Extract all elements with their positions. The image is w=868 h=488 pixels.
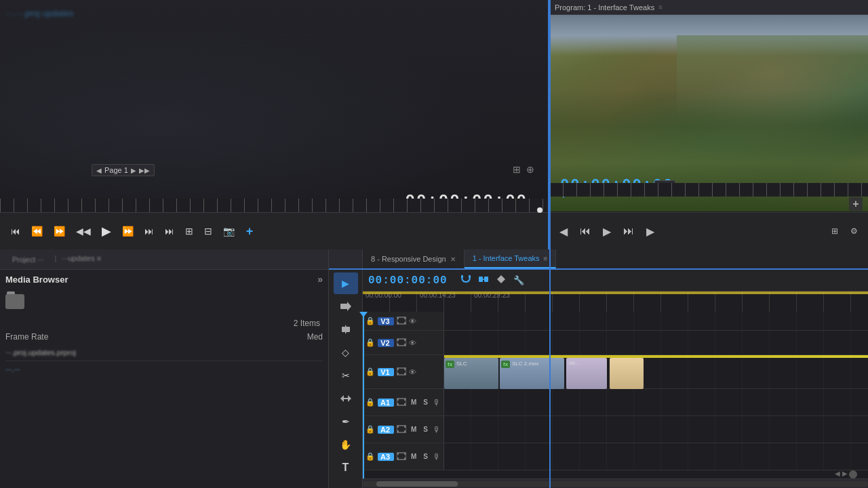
step-forward-btn[interactable]: ⏩ — [50, 223, 69, 239]
v2-label[interactable]: V2 — [378, 339, 394, 347]
project-file-1[interactable]: ···.proj.updates.prproj — [0, 347, 328, 358]
v3-label[interactable]: V3 — [378, 317, 394, 325]
v1-lock-icon[interactable]: 🔒 — [366, 367, 375, 376]
tab-responsive-close[interactable]: ✕ — [450, 256, 456, 263]
go-to-next-btn[interactable]: ⏭ — [161, 223, 178, 239]
a2-lock-icon[interactable]: 🔒 — [366, 425, 375, 434]
v2-eye-icon[interactable]: 👁 — [409, 339, 416, 347]
tab-responsive-design[interactable]: 8 - Responsive Design ✕ — [363, 249, 465, 268]
scrollbar-track — [363, 481, 868, 487]
selection-tool-btn[interactable]: ▶ — [334, 272, 358, 294]
pm-nav-left-btn[interactable]: ◀ — [556, 223, 571, 240]
a3-lock-icon[interactable]: 🔒 — [366, 452, 375, 461]
marker-svg — [496, 274, 507, 285]
items-count: 2 Items — [0, 317, 328, 329]
pen-btn[interactable]: ✒ — [334, 411, 358, 432]
timeline-timecode[interactable]: 00:00:00:00 — [368, 274, 448, 287]
a1-lock-icon[interactable]: 🔒 — [366, 398, 375, 407]
project-tab[interactable]: Project ··· — [7, 254, 49, 265]
tab-interface-tweaks[interactable]: 1 - Interface Tweaks ≡ — [465, 249, 557, 268]
pm-ruler-marks — [549, 183, 868, 197]
track-row-v2: 🔒 V2 👁 — [363, 331, 868, 355]
page-prev-btn[interactable]: ◀ — [96, 167, 102, 174]
project-file-2[interactable]: ···.··· — [0, 364, 328, 375]
a1-m-btn[interactable]: M — [409, 398, 418, 407]
linked-selection-icon[interactable] — [476, 272, 491, 289]
clip-slc[interactable]: fx SLC — [444, 358, 498, 389]
a2-m-btn[interactable]: M — [409, 425, 418, 434]
clip-slc2[interactable]: fx SLC 2.mov — [500, 358, 564, 389]
v3-eye-icon[interactable]: 👁 — [409, 317, 416, 325]
v1-label[interactable]: V1 — [378, 368, 394, 376]
add-button[interactable]: + — [849, 197, 863, 211]
track-header-a2: 🔒 A2 M S � — [363, 416, 444, 443]
v1-film-svg — [397, 367, 406, 375]
pm-playback-resolution-btn[interactable]: ⊞ — [828, 224, 842, 238]
a1-label[interactable]: A1 — [378, 399, 394, 407]
svg-rect-22 — [404, 339, 406, 341]
svg-rect-26 — [397, 373, 399, 375]
a1-track-content — [444, 389, 868, 416]
pm-header-menu[interactable]: ≡ — [658, 3, 663, 11]
a3-label[interactable]: A3 — [378, 453, 394, 461]
pm-nav-right-btn[interactable]: ▶ — [643, 223, 658, 240]
frame-rate-value: Med — [307, 332, 323, 342]
a2-s-btn[interactable]: S — [421, 425, 430, 434]
pm-play-btn[interactable]: ▶ — [599, 223, 614, 240]
timeline-settings-icon[interactable]: 🔧 — [511, 273, 526, 287]
v1-eye-icon[interactable]: 👁 — [409, 368, 416, 376]
a1-s-btn[interactable]: S — [421, 398, 430, 407]
add-marker-btn[interactable]: + — [241, 222, 258, 241]
a2-label[interactable]: A2 — [378, 426, 394, 434]
go-to-in-btn[interactable]: ⏮ — [7, 223, 24, 239]
step-fwd-btn[interactable]: ⏩ — [118, 223, 138, 239]
rate-stretch-btn[interactable]: ◇ — [334, 342, 358, 363]
a3-track-content — [444, 443, 868, 470]
v3-lock-icon[interactable]: 🔒 — [366, 317, 375, 325]
snap-icon[interactable] — [458, 272, 473, 289]
effects-tab[interactable]: ···updates ≡ — [62, 254, 101, 265]
hand-btn[interactable]: ✋ — [334, 434, 358, 455]
a3-s-btn[interactable]: S — [421, 452, 430, 461]
step-back-btn[interactable]: ⏪ — [27, 223, 47, 239]
expand-icon[interactable]: ⊕ — [526, 164, 534, 175]
grid-icon[interactable]: ⊞ — [513, 164, 521, 175]
pm-step-fwd-btn[interactable]: ⏭ — [620, 223, 637, 239]
a3-m-btn[interactable]: M — [409, 452, 418, 461]
pm-step-back-btn[interactable]: ⏮ — [576, 223, 594, 239]
scrollbar-thumb[interactable] — [376, 481, 458, 487]
track-select-forward-btn[interactable] — [334, 296, 358, 317]
export-frame-btn[interactable]: 📷 — [219, 223, 239, 239]
top-section: ···.···.proj updates ◀ Page 1 ▶ ▶▶ ⊞ ⊕ 0… — [0, 0, 868, 249]
clip-slc3[interactable]: slc... — [566, 358, 607, 389]
razor-btn[interactable]: ✂ — [334, 365, 358, 386]
clip-slc4[interactable] — [610, 358, 644, 389]
ripple-edit-btn[interactable] — [334, 319, 358, 340]
page-next-btn[interactable]: ▶ — [131, 167, 136, 174]
svg-rect-7 — [344, 398, 348, 399]
tab-interface-menu[interactable]: ≡ — [544, 255, 548, 262]
pm-settings-btn[interactable]: ⚙ — [847, 224, 861, 238]
divider — [5, 361, 323, 361]
play-btn[interactable]: ▶ — [98, 221, 115, 241]
frame-rate-row: Frame Rate Med — [0, 329, 328, 344]
slip-btn[interactable] — [334, 388, 358, 409]
go-to-out-btn[interactable]: ⏭ — [140, 223, 158, 239]
v1-track-content[interactable]: fx SLC fx SLC 2.mov slc... — [444, 355, 868, 389]
timeline-scroll-arrows[interactable]: ◀ ▶ — [835, 470, 848, 477]
add-marker-icon[interactable] — [494, 272, 509, 289]
overwrite-btn[interactable]: ⊟ — [200, 223, 216, 239]
play-in-to-out-btn[interactable]: ◀◀ — [72, 223, 95, 239]
page-forward-btn[interactable]: ▶▶ — [139, 167, 150, 174]
pm-ruler — [549, 183, 868, 197]
timeline-playhead-head — [359, 312, 368, 317]
svg-rect-40 — [397, 453, 399, 455]
folder-icon[interactable] — [5, 294, 24, 309]
svg-rect-16 — [397, 322, 399, 324]
text-btn[interactable]: T — [334, 457, 358, 479]
v2-lock-icon[interactable]: 🔒 — [366, 338, 375, 347]
insert-btn[interactable]: ⊞ — [181, 223, 197, 239]
media-browser-expand-icon[interactable]: » — [317, 274, 323, 285]
svg-rect-41 — [397, 458, 399, 460]
svg-rect-8 — [461, 275, 463, 278]
